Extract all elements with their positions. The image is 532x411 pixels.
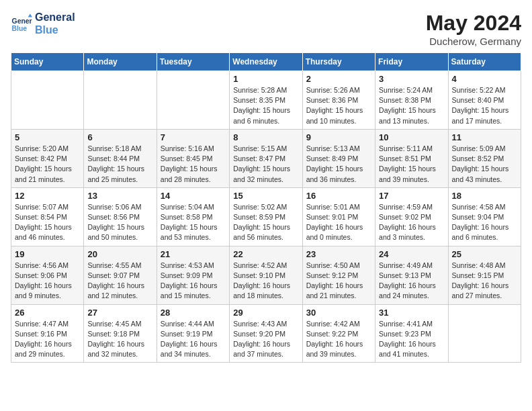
calendar-cell: 5Sunrise: 5:20 AM Sunset: 8:42 PM Daylig… (11, 129, 84, 187)
day-number: 13 (87, 191, 152, 201)
calendar-cell: 15Sunrise: 5:02 AM Sunset: 8:59 PM Dayli… (230, 187, 302, 246)
calendar-cell: 4Sunrise: 5:22 AM Sunset: 8:40 PM Daylig… (448, 71, 521, 130)
day-number: 31 (379, 308, 444, 318)
day-number: 1 (233, 74, 298, 84)
day-info: Sunrise: 4:53 AM Sunset: 9:09 PM Dayligh… (161, 261, 226, 302)
page-header: General Blue General Blue May 2024 Duche… (11, 11, 521, 47)
day-info: Sunrise: 4:59 AM Sunset: 9:02 PM Dayligh… (379, 202, 444, 243)
day-info: Sunrise: 4:44 AM Sunset: 9:19 PM Dayligh… (161, 319, 226, 360)
day-info: Sunrise: 5:04 AM Sunset: 8:58 PM Dayligh… (161, 202, 226, 243)
day-info: Sunrise: 5:02 AM Sunset: 8:59 PM Dayligh… (233, 202, 298, 243)
day-number: 7 (161, 132, 226, 142)
day-number: 2 (306, 74, 371, 84)
calendar-cell: 24Sunrise: 4:49 AM Sunset: 9:13 PM Dayli… (375, 246, 448, 304)
calendar-cell: 1Sunrise: 5:28 AM Sunset: 8:35 PM Daylig… (230, 71, 302, 130)
calendar-cell: 21Sunrise: 4:53 AM Sunset: 9:09 PM Dayli… (157, 246, 229, 304)
day-info: Sunrise: 4:43 AM Sunset: 9:20 PM Dayligh… (233, 319, 298, 360)
day-info: Sunrise: 4:49 AM Sunset: 9:13 PM Dayligh… (379, 261, 444, 302)
logo-general: General (35, 11, 75, 24)
calendar-cell: 3Sunrise: 5:24 AM Sunset: 8:38 PM Daylig… (375, 71, 448, 130)
month-year-title: May 2024 (426, 11, 521, 36)
calendar-cell: 13Sunrise: 5:06 AM Sunset: 8:56 PM Dayli… (84, 187, 157, 246)
day-number: 29 (233, 308, 298, 318)
day-info: Sunrise: 5:15 AM Sunset: 8:47 PM Dayligh… (233, 144, 298, 185)
day-number: 20 (87, 249, 152, 259)
day-number: 27 (87, 308, 152, 318)
calendar-day-header: Sunday (11, 53, 84, 71)
day-info: Sunrise: 5:24 AM Sunset: 8:38 PM Dayligh… (379, 85, 444, 126)
calendar-day-header: Friday (375, 53, 448, 71)
calendar-cell: 19Sunrise: 4:56 AM Sunset: 9:06 PM Dayli… (11, 246, 84, 304)
day-number: 23 (306, 249, 371, 259)
day-number: 28 (161, 308, 226, 318)
calendar-week-row: 12Sunrise: 5:07 AM Sunset: 8:54 PM Dayli… (11, 187, 521, 246)
calendar-day-header: Thursday (302, 53, 375, 71)
day-number: 15 (233, 191, 298, 201)
day-info: Sunrise: 4:47 AM Sunset: 9:16 PM Dayligh… (15, 319, 80, 360)
calendar-cell: 14Sunrise: 5:04 AM Sunset: 8:58 PM Dayli… (157, 187, 229, 246)
day-number: 14 (161, 191, 226, 201)
calendar-week-row: 5Sunrise: 5:20 AM Sunset: 8:42 PM Daylig… (11, 129, 521, 187)
day-number: 3 (379, 74, 444, 84)
calendar-week-row: 19Sunrise: 4:56 AM Sunset: 9:06 PM Dayli… (11, 246, 521, 304)
calendar-cell: 30Sunrise: 4:42 AM Sunset: 9:22 PM Dayli… (302, 304, 375, 363)
calendar-cell: 26Sunrise: 4:47 AM Sunset: 9:16 PM Dayli… (11, 304, 84, 363)
calendar-cell: 6Sunrise: 5:18 AM Sunset: 8:44 PM Daylig… (84, 129, 157, 187)
calendar-header-row: SundayMondayTuesdayWednesdayThursdayFrid… (11, 53, 521, 71)
day-info: Sunrise: 5:01 AM Sunset: 9:01 PM Dayligh… (306, 202, 371, 243)
calendar-day-header: Monday (84, 53, 157, 71)
calendar-cell: 2Sunrise: 5:26 AM Sunset: 8:36 PM Daylig… (302, 71, 375, 130)
calendar-body: 1Sunrise: 5:28 AM Sunset: 8:35 PM Daylig… (11, 71, 521, 363)
day-info: Sunrise: 4:58 AM Sunset: 9:04 PM Dayligh… (452, 202, 517, 243)
day-number: 25 (452, 249, 517, 259)
calendar-day-header: Wednesday (230, 53, 302, 71)
svg-text:General: General (12, 17, 32, 25)
calendar-cell: 10Sunrise: 5:11 AM Sunset: 8:51 PM Dayli… (375, 129, 448, 187)
day-info: Sunrise: 5:13 AM Sunset: 8:49 PM Dayligh… (306, 144, 371, 185)
logo-blue: Blue (35, 24, 75, 36)
calendar-cell: 17Sunrise: 4:59 AM Sunset: 9:02 PM Dayli… (375, 187, 448, 246)
logo-icon: General Blue (11, 13, 32, 34)
calendar-cell: 8Sunrise: 5:15 AM Sunset: 8:47 PM Daylig… (230, 129, 302, 187)
calendar-cell: 18Sunrise: 4:58 AM Sunset: 9:04 PM Dayli… (448, 187, 521, 246)
day-number: 30 (306, 308, 371, 318)
calendar-cell: 11Sunrise: 5:09 AM Sunset: 8:52 PM Dayli… (448, 129, 521, 187)
day-info: Sunrise: 5:18 AM Sunset: 8:44 PM Dayligh… (87, 144, 152, 185)
calendar-cell: 20Sunrise: 4:55 AM Sunset: 9:07 PM Dayli… (84, 246, 157, 304)
day-number: 17 (379, 191, 444, 201)
calendar-day-header: Saturday (448, 53, 521, 71)
calendar-table: SundayMondayTuesdayWednesdayThursdayFrid… (11, 52, 521, 363)
day-number: 5 (15, 132, 80, 142)
calendar-cell: 7Sunrise: 5:16 AM Sunset: 8:45 PM Daylig… (157, 129, 229, 187)
day-info: Sunrise: 5:06 AM Sunset: 8:56 PM Dayligh… (87, 202, 152, 243)
day-info: Sunrise: 5:16 AM Sunset: 8:45 PM Dayligh… (161, 144, 226, 185)
calendar-day-header: Tuesday (157, 53, 229, 71)
calendar-cell: 27Sunrise: 4:45 AM Sunset: 9:18 PM Dayli… (84, 304, 157, 363)
calendar-cell: 12Sunrise: 5:07 AM Sunset: 8:54 PM Dayli… (11, 187, 84, 246)
day-info: Sunrise: 5:11 AM Sunset: 8:51 PM Dayligh… (379, 144, 444, 185)
day-number: 24 (379, 249, 444, 259)
svg-marker-2 (28, 14, 32, 17)
day-number: 22 (233, 249, 298, 259)
svg-text:Blue: Blue (12, 25, 28, 32)
day-number: 18 (452, 191, 517, 201)
calendar-cell (448, 304, 521, 363)
title-block: May 2024 Ducherow, Germany (426, 11, 521, 47)
day-number: 19 (15, 249, 80, 259)
calendar-cell: 29Sunrise: 4:43 AM Sunset: 9:20 PM Dayli… (230, 304, 302, 363)
day-info: Sunrise: 5:22 AM Sunset: 8:40 PM Dayligh… (452, 85, 517, 126)
calendar-cell: 25Sunrise: 4:48 AM Sunset: 9:15 PM Dayli… (448, 246, 521, 304)
calendar-cell (157, 71, 229, 130)
calendar-cell: 22Sunrise: 4:52 AM Sunset: 9:10 PM Dayli… (230, 246, 302, 304)
calendar-cell: 23Sunrise: 4:50 AM Sunset: 9:12 PM Dayli… (302, 246, 375, 304)
calendar-cell: 31Sunrise: 4:41 AM Sunset: 9:23 PM Dayli… (375, 304, 448, 363)
day-info: Sunrise: 5:09 AM Sunset: 8:52 PM Dayligh… (452, 144, 517, 185)
day-info: Sunrise: 5:28 AM Sunset: 8:35 PM Dayligh… (233, 85, 298, 126)
day-number: 9 (306, 132, 371, 142)
calendar-cell: 28Sunrise: 4:44 AM Sunset: 9:19 PM Dayli… (157, 304, 229, 363)
day-info: Sunrise: 4:52 AM Sunset: 9:10 PM Dayligh… (233, 261, 298, 302)
calendar-cell (11, 71, 84, 130)
location-subtitle: Ducherow, Germany (426, 36, 521, 47)
day-number: 12 (15, 191, 80, 201)
day-info: Sunrise: 5:07 AM Sunset: 8:54 PM Dayligh… (15, 202, 80, 243)
